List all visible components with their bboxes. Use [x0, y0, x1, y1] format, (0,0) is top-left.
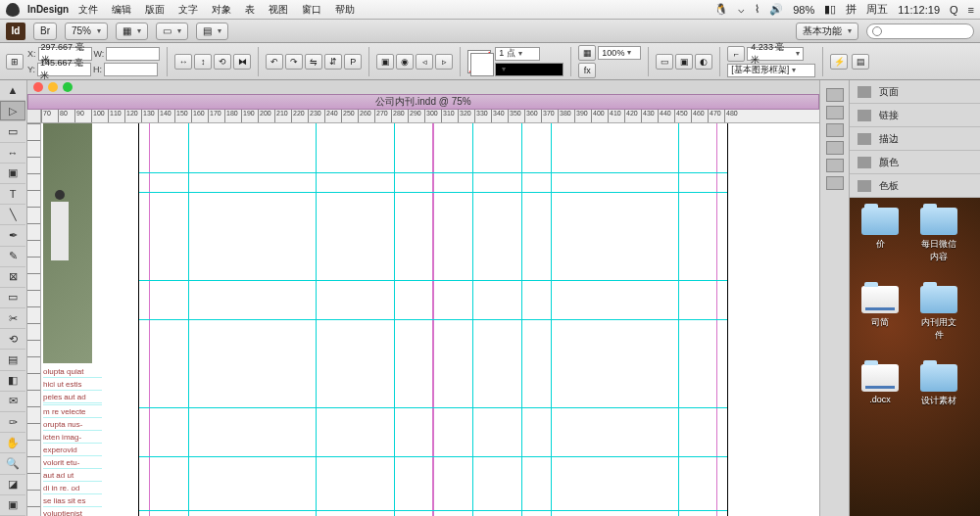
view-options-button[interactable]: ▦ — [116, 23, 148, 40]
horizontal-ruler[interactable]: 7080901001101201301401501601701801902002… — [41, 110, 819, 122]
apple-icon[interactable] — [6, 3, 20, 17]
overset-text-column[interactable]: olupta quiathici ut estispeles aut adm r… — [43, 366, 102, 516]
note-tool[interactable]: ✉ — [0, 392, 25, 412]
text-wrap-bbox-icon[interactable]: ▣ — [675, 54, 693, 70]
zoom-dropdown[interactable]: 75% — [65, 23, 108, 40]
bluetooth-icon[interactable]: ⌵ — [738, 3, 745, 16]
menu-layout[interactable]: 版面 — [145, 3, 165, 17]
menu-object[interactable]: 对象 — [212, 3, 231, 17]
battery-pct[interactable]: 98% — [793, 4, 814, 16]
guide-h[interactable] — [139, 192, 727, 193]
guide-v[interactable] — [394, 123, 395, 516]
guide-h[interactable] — [139, 172, 727, 173]
desktop-item[interactable]: 司简 — [859, 286, 901, 329]
panel-color[interactable]: 颜色 — [850, 151, 980, 174]
panel-links[interactable]: 链接 — [850, 104, 980, 127]
guide-v[interactable] — [188, 123, 189, 516]
selection-tool[interactable]: ▲ — [0, 80, 25, 101]
guide-v[interactable] — [521, 123, 522, 516]
workspace-dropdown[interactable]: 基本功能 — [796, 23, 858, 40]
ime-indicator[interactable]: 拼 — [846, 2, 857, 17]
desktop-item[interactable]: 价 — [859, 208, 901, 251]
close-window-button[interactable] — [33, 82, 43, 92]
scissors-tool[interactable]: ✂ — [0, 308, 25, 329]
placed-photo[interactable] — [43, 123, 92, 363]
stroke-weight-field[interactable]: 1 点 — [495, 47, 540, 61]
zoom-window-button[interactable] — [63, 82, 73, 92]
type-tool[interactable]: T — [0, 184, 25, 205]
menu-view[interactable]: 视图 — [269, 3, 288, 17]
line-tool[interactable]: ╲ — [0, 205, 25, 225]
quick-apply-icon[interactable]: ⚡ — [830, 54, 848, 70]
flip-v-icon[interactable]: ⇵ — [324, 54, 342, 70]
desktop-item[interactable]: 设计素材 — [918, 364, 959, 407]
ruler-origin[interactable] — [27, 110, 41, 122]
guide-h[interactable] — [139, 280, 727, 281]
bridge-button[interactable]: Br — [33, 23, 57, 40]
opacity-field[interactable]: 100% — [598, 46, 641, 60]
rotate-ccw-icon[interactable]: ↶ — [266, 54, 283, 70]
menu-table[interactable]: 表 — [245, 3, 255, 17]
select-next-icon[interactable]: ▹ — [435, 54, 453, 70]
view-mode-toggle[interactable]: ▣ — [0, 495, 25, 516]
menu-type[interactable]: 文字 — [178, 3, 198, 17]
clock[interactable]: 11:12:19 — [898, 4, 940, 16]
shear-icon[interactable]: ⧓ — [233, 54, 251, 70]
panel-menu-icon[interactable]: ▤ — [852, 54, 869, 70]
guide-v[interactable] — [316, 123, 317, 516]
guide-v[interactable] — [678, 123, 679, 516]
object-style-field[interactable]: [基本图形框架] — [727, 64, 815, 77]
panel-icon[interactable] — [826, 159, 844, 172]
guide-h[interactable] — [139, 456, 727, 457]
panel-icon[interactable] — [826, 176, 844, 190]
select-container-icon[interactable]: ▣ — [376, 54, 394, 70]
panel-stroke[interactable]: 描边 — [850, 127, 980, 151]
h-field[interactable] — [104, 63, 158, 76]
content-collector-tool[interactable]: ▣ — [0, 164, 25, 184]
corner-radius-field[interactable]: 4.233 毫米 — [747, 47, 804, 61]
app-name[interactable]: InDesign — [27, 4, 69, 15]
gradient-swatch-tool[interactable]: ▤ — [0, 350, 25, 370]
panel-swatches[interactable]: 色板 — [850, 174, 980, 198]
wifi-icon[interactable]: ⌇ — [755, 3, 760, 16]
stroke-style-field[interactable] — [495, 63, 564, 76]
reference-point-widget[interactable]: ⊞ — [6, 54, 24, 70]
hand-tool[interactable]: ✋ — [0, 433, 25, 453]
minimize-window-button[interactable] — [48, 82, 58, 92]
scale-y-icon[interactable]: ↕ — [194, 54, 212, 70]
volume-icon[interactable]: 🔊 — [769, 3, 783, 16]
spotlight-icon[interactable]: Q — [950, 4, 958, 16]
indicator-p-icon[interactable]: P — [344, 54, 362, 70]
zoom-tool[interactable]: 🔍 — [0, 453, 25, 474]
scale-x-icon[interactable]: ↔ — [174, 54, 192, 70]
help-search[interactable] — [866, 23, 974, 39]
free-transform-tool[interactable]: ⟲ — [0, 329, 25, 350]
fill-stroke-swatch[interactable] — [467, 50, 491, 73]
panel-icon[interactable] — [826, 88, 844, 102]
eyedropper-tool[interactable]: ✑ — [0, 412, 25, 433]
page-tool[interactable]: ▭ — [0, 121, 25, 142]
guide-h[interactable] — [139, 510, 727, 511]
canvas[interactable]: olupta quiathici ut estispeles aut adm r… — [41, 123, 819, 516]
rectangle-frame-tool[interactable]: ⊠ — [0, 267, 25, 288]
menu-edit[interactable]: 编辑 — [112, 3, 131, 17]
effects-icon[interactable]: fx — [578, 63, 596, 78]
guide-v[interactable] — [472, 123, 473, 516]
guide-v[interactable] — [551, 123, 552, 516]
flip-h-icon[interactable]: ⇋ — [305, 54, 322, 70]
panel-icon[interactable] — [826, 106, 844, 119]
arrange-button[interactable]: ▤ — [196, 23, 228, 40]
qq-icon[interactable]: 🐧 — [714, 3, 728, 16]
panel-icon[interactable] — [826, 141, 844, 155]
rotate-icon[interactable]: ⟲ — [214, 54, 231, 70]
text-wrap-shape-icon[interactable]: ◐ — [695, 54, 712, 70]
text-wrap-none-icon[interactable]: ▭ — [656, 54, 673, 70]
gradient-feather-tool[interactable]: ◧ — [0, 371, 25, 392]
desktop-item[interactable]: 内刊用文件 — [918, 286, 959, 342]
desktop-item[interactable]: 每日微信内容 — [918, 208, 959, 263]
pen-tool[interactable]: ✒ — [0, 225, 25, 246]
w-field[interactable] — [106, 47, 160, 61]
gap-tool[interactable]: ↔ — [0, 143, 25, 164]
battery-icon[interactable]: ▮▯ — [824, 3, 836, 16]
guide-h[interactable] — [139, 407, 727, 408]
